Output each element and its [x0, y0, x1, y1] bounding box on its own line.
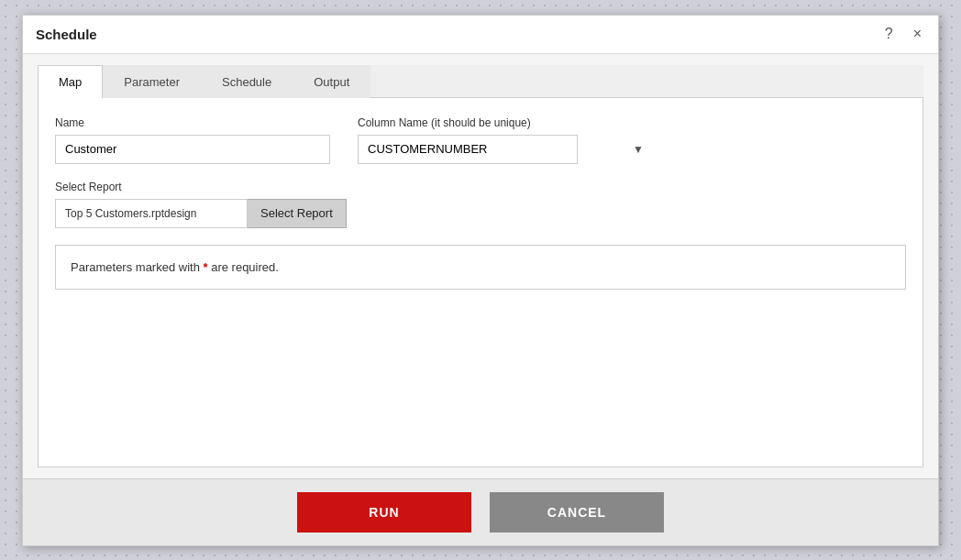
tab-bar: Map Parameter Schedule Output — [38, 65, 923, 98]
tab-content-map: Name Column Name (it should be unique) C… — [38, 98, 923, 467]
tab-output[interactable]: Output — [293, 65, 370, 98]
schedule-dialog: Schedule ? × Map Parameter Schedule Outp… — [22, 15, 939, 546]
name-label: Name — [55, 116, 330, 129]
tab-map[interactable]: Map — [38, 65, 103, 98]
close-button[interactable]: × — [910, 25, 925, 43]
info-text-before: Parameters marked with — [71, 260, 204, 274]
column-select-wrapper: CUSTOMERNUMBER ▼ — [358, 135, 651, 164]
column-select[interactable]: CUSTOMERNUMBER — [358, 135, 578, 164]
info-box: Parameters marked with * are required. — [55, 245, 906, 291]
run-button[interactable]: RUN — [297, 492, 471, 533]
report-path-input[interactable] — [55, 199, 248, 228]
cancel-button[interactable]: CANCEL — [490, 492, 664, 533]
column-name-label: Column Name (it should be unique) — [358, 116, 651, 129]
tab-parameter[interactable]: Parameter — [103, 65, 201, 98]
help-button[interactable]: ? — [881, 25, 897, 43]
select-report-button[interactable]: Select Report — [248, 199, 347, 228]
info-text-after: are required. — [208, 260, 279, 274]
dropdown-arrow-icon: ▼ — [633, 143, 644, 156]
select-report-controls: Select Report — [55, 199, 906, 228]
select-report-label: Select Report — [55, 181, 906, 193]
dialog-titlebar: Schedule ? × — [23, 16, 938, 54]
dialog-footer: RUN CANCEL — [23, 478, 938, 545]
form-row-name-column: Name Column Name (it should be unique) C… — [55, 116, 906, 164]
titlebar-actions: ? × — [881, 25, 925, 43]
column-group: Column Name (it should be unique) CUSTOM… — [358, 116, 651, 164]
select-report-row: Select Report Select Report — [55, 181, 906, 228]
name-input[interactable] — [55, 135, 330, 164]
dialog-title: Schedule — [36, 27, 97, 42]
name-group: Name — [55, 116, 330, 164]
dialog-body: Map Parameter Schedule Output Name Colu — [23, 54, 938, 478]
tab-schedule[interactable]: Schedule — [201, 65, 293, 98]
